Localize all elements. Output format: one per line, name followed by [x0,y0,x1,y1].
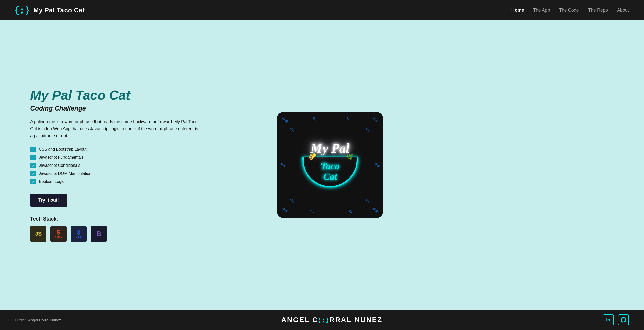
feature-label: Javascript Fundamentals [39,155,84,160]
tech-icons: JS 5 HTML 3 CSS [30,226,202,242]
taco-arc: Taco Cat 🌮 🌿 [302,157,358,187]
nav-brand-title: My Pal Taco Cat [33,6,85,14]
linkedin-icon: in [606,317,610,323]
footer: © 2023 Angel Corral Nunez ANGEL C {;} RR… [0,310,644,330]
css-sub-label: CSS [76,236,81,238]
navbar: {;} My Pal Taco Cat Home The App The Cod… [0,0,644,20]
list-item: ✓ Boolean Logic [30,179,202,184]
tech-badge-bootstrap: B [91,226,107,242]
tech-stack-label: Tech Stack: [30,216,202,222]
svg-text:{;}: {;} [15,5,29,15]
feature-label: CSS and Bootstrap Layout [39,147,86,152]
github-button[interactable] [618,314,629,325]
page-description: A palindrome is a word or phrase that re… [30,118,202,140]
list-item: ✓ Javascript DOM Manipulation [30,171,202,176]
feature-label: Javascript DOM Manipulation [39,171,91,176]
page-title: My Pal Taco Cat [30,88,202,102]
check-icon: ✓ [30,155,36,160]
github-icon [621,317,626,323]
neon-title-cat: Cat [323,172,337,182]
check-icon: ✓ [30,179,36,184]
neon-art: My Pal Taco Cat 🌮 🌿 [277,112,383,218]
tech-badge-html: 5 HTML [50,226,67,242]
footer-center: ANGEL C {;} RRAL NUNEZ [281,315,382,324]
taco-top-right: 🌿 [346,153,353,160]
linkedin-button[interactable]: in [603,314,614,325]
nav-links: Home The App The Code The Repo About [511,8,629,13]
tech-stack-section: Tech Stack: JS 5 HTML [30,216,202,242]
bootstrap-label: B [96,230,101,238]
footer-name: ANGEL C {;} RRAL NUNEZ [281,315,382,324]
nav-link-the-repo[interactable]: The Repo [588,8,608,13]
content-wrapper: My Pal Taco Cat Coding Challenge A palin… [30,88,383,242]
right-column: 🐾 🐾 🐾 🐾 🐾 🐾 🐾 🐾 🐾 🐾 🐾 🐾 🐾 🐾 My Pal [277,112,383,218]
nav-link-the-app[interactable]: The App [533,8,550,13]
nav-link-home[interactable]: Home [511,8,524,13]
footer-copyright: © 2023 Angel Corral Nunez [15,318,61,322]
neon-title-taco: Taco [321,161,340,172]
svg-text:{;}: {;} [319,317,328,323]
list-item: ✓ Javascript Conditionals [30,163,202,168]
tech-js-label: JS [35,231,42,237]
footer-social-icons: in [603,314,629,325]
left-column: My Pal Taco Cat Coding Challenge A palin… [30,88,202,242]
feature-label: Javascript Conditionals [39,163,80,168]
html-badge-inner: 5 HTML [55,230,62,238]
list-item: ✓ Javascript Fundamentals [30,155,202,160]
check-icon: ✓ [30,147,36,152]
html-main-label: 5 [57,230,60,236]
nav-link-about[interactable]: About [617,8,629,13]
main-content: My Pal Taco Cat Coding Challenge A palin… [0,20,644,310]
footer-logo-icon: {;} [319,315,328,324]
nav-link-the-code[interactable]: The Code [559,8,579,13]
list-item: ✓ CSS and Bootstrap Layout [30,147,202,152]
html-sub-label: HTML [55,236,62,238]
check-icon: ✓ [30,171,36,176]
try-it-out-button[interactable]: Try it out! [30,194,67,207]
tech-badge-js: JS [30,226,46,242]
page-subtitle: Coding Challenge [30,104,202,112]
features-list: ✓ CSS and Bootstrap Layout ✓ Javascript … [30,147,202,184]
neon-taco-art: Taco Cat 🌮 🌿 [302,157,358,187]
css-main-label: 3 [77,230,80,236]
app-screenshot: 🐾 🐾 🐾 🐾 🐾 🐾 🐾 🐾 🐾 🐾 🐾 🐾 🐾 🐾 My Pal [277,112,383,218]
check-icon: ✓ [30,163,36,168]
css-badge-inner: 3 CSS [76,230,81,238]
feature-label: Boolean Logic [39,179,64,184]
nav-brand: {;} My Pal Taco Cat [15,3,85,17]
tech-badge-css: 3 CSS [71,226,87,242]
brand-logo-icon: {;} [15,3,29,17]
neon-title-my-pal: My Pal [311,141,350,155]
